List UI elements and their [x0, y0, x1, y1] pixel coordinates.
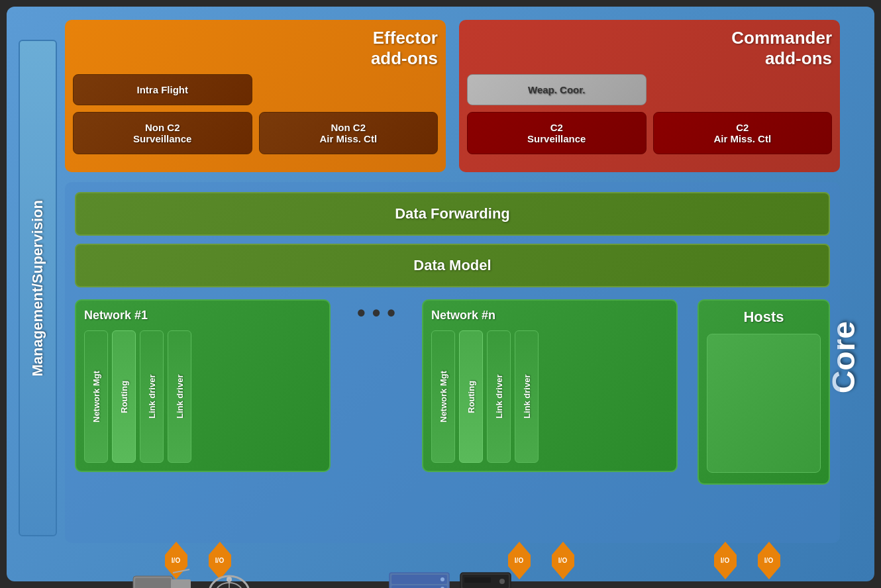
io-label-4: I/O: [552, 555, 574, 566]
equipment-group-1: [130, 566, 256, 588]
network-n-mgt-label: Network Mgt: [431, 330, 455, 463]
network-n-title: Network #n: [431, 309, 668, 322]
io-label-6: I/O: [758, 555, 780, 566]
svg-line-5: [173, 569, 189, 573]
network-n-box: Network #n Network Mgt Routing Link driv…: [422, 299, 678, 472]
svg-rect-4: [171, 579, 191, 588]
arrow-up-icon: [552, 542, 574, 555]
equipment-icon-2: [203, 566, 256, 588]
network-1-link-driver-2-label: Link driver: [168, 330, 191, 463]
arrow-up-icon: [714, 542, 737, 555]
data-forwarding-label: Data Forwarding: [395, 205, 510, 222]
network-1-mgt-label: Network Mgt: [84, 330, 108, 463]
svg-rect-15: [391, 585, 447, 588]
c2-air-miss-button[interactable]: C2Air Miss. Ctl: [653, 112, 833, 154]
io-label-2: I/O: [209, 555, 231, 566]
arrow-up-icon: [209, 542, 231, 555]
commander-grid: Weap. Coor. C2Surveillance C2Air Miss. C…: [467, 74, 832, 154]
mgmt-supervision-panel: Management/Supervision: [19, 40, 57, 536]
effector-title: Effectoradd-ons: [73, 28, 438, 69]
equipment-icon-1: [130, 566, 196, 588]
non-c2-air-miss-button[interactable]: Non C2Air Miss. Ctl: [259, 112, 439, 154]
svg-rect-14: [391, 575, 447, 584]
network-n-link-driver-2-label: Link driver: [515, 330, 539, 463]
equipment-section: [65, 566, 840, 588]
commander-addons-box: Commanderadd-ons Weap. Coor. C2Surveilla…: [459, 20, 840, 172]
top-addons-section: Effectoradd-ons Intra Flight Non C2Surve…: [65, 20, 840, 172]
network-1-inner: Network Mgt Routing Link driver Link dri…: [84, 330, 321, 463]
svg-rect-1: [135, 578, 171, 588]
data-forwarding-bar: Data Forwarding: [75, 192, 830, 236]
networks-row: Network #1 Network Mgt Routing Link driv…: [75, 299, 830, 485]
network-n-inner: Network Mgt Routing Link driver Link dri…: [431, 330, 668, 463]
main-container: Management/Supervision Core Effectoradd-…: [7, 7, 874, 581]
hosts-box: Hosts: [698, 299, 830, 485]
network-1-box: Network #1 Network Mgt Routing Link driv…: [75, 299, 331, 472]
io-label-1: I/O: [165, 555, 187, 566]
equipment-icon-3: [386, 569, 452, 588]
svg-point-24: [499, 579, 505, 584]
network-1-title: Network #1: [84, 309, 321, 322]
weap-coor-button[interactable]: Weap. Coor.: [467, 74, 647, 105]
data-model-bar: Data Model: [75, 244, 830, 287]
svg-rect-26: [464, 577, 491, 583]
c2-surveillance-button[interactable]: C2Surveillance: [467, 112, 647, 154]
dots-separator: • • •: [350, 299, 402, 327]
data-model-label: Data Model: [413, 257, 491, 273]
io-label-3: I/O: [508, 555, 531, 566]
hosts-title: Hosts: [707, 309, 821, 326]
network-n-link-driver-1-label: Link driver: [487, 330, 511, 463]
svg-point-18: [440, 577, 444, 581]
effector-grid: Intra Flight Non C2Surveillance Non C2Ai…: [73, 74, 438, 154]
hosts-inner: [707, 334, 821, 473]
arrow-up-icon: [508, 542, 531, 555]
dots-label: • • •: [357, 299, 395, 327]
network-1-link-driver-1-label: Link driver: [140, 330, 164, 463]
mgmt-supervision-label: Management/Supervision: [29, 200, 46, 377]
arrow-up-icon: [758, 542, 780, 555]
effector-addons-box: Effectoradd-ons Intra Flight Non C2Surve…: [65, 20, 446, 172]
core-area: Data Forwarding Data Model Network #1 Ne…: [65, 182, 840, 543]
io-label-5: I/O: [714, 555, 737, 566]
arrow-up-icon: [165, 542, 187, 555]
equipment-group-2: [386, 569, 512, 588]
non-c2-surveillance-button[interactable]: Non C2Surveillance: [73, 112, 252, 154]
commander-title: Commanderadd-ons: [467, 28, 832, 69]
network-n-routing-label: Routing: [459, 330, 483, 463]
intra-flight-button[interactable]: Intra Flight: [73, 74, 252, 105]
network-1-routing-label: Routing: [112, 330, 136, 463]
equipment-icon-4: [459, 569, 512, 588]
